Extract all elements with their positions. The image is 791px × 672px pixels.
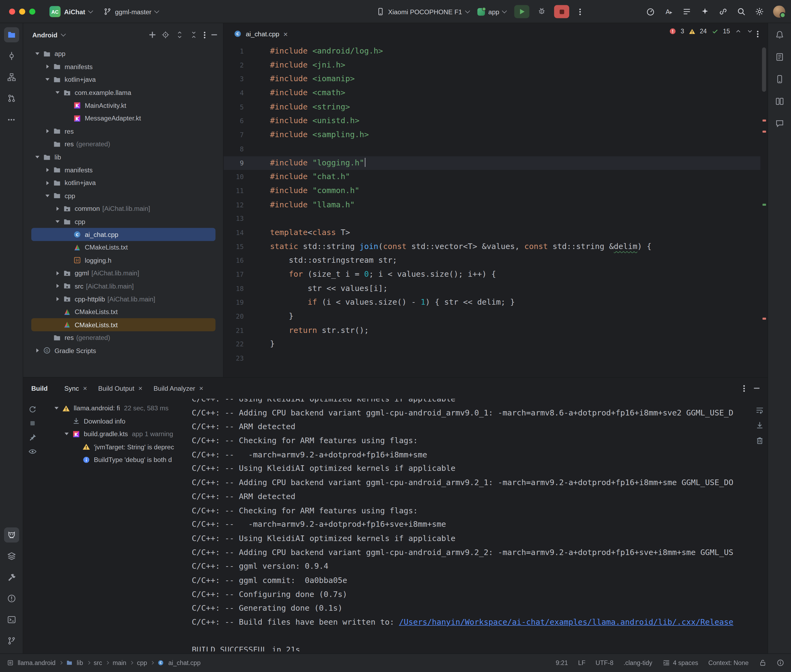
chevron-down-icon[interactable] <box>34 153 42 161</box>
tree-item[interactable]: com.example.llama <box>31 86 215 99</box>
encoding-selector[interactable]: UTF-8 <box>595 659 613 666</box>
breadcrumb-item[interactable]: ai_chat.cpp <box>168 659 201 666</box>
stop-button[interactable] <box>554 5 569 18</box>
structure-tool-button[interactable] <box>4 70 19 85</box>
breadcrumb-item[interactable]: src <box>94 659 102 666</box>
commit-tool-button[interactable] <box>4 48 19 64</box>
tree-item[interactable]: KMainActivity.kt <box>31 99 215 112</box>
user-avatar[interactable] <box>773 6 785 18</box>
hide-panel-icon[interactable] <box>212 34 217 35</box>
stop-build-icon[interactable] <box>28 419 37 427</box>
code-line[interactable]: 4#include <cmath> <box>224 86 761 100</box>
device-manager-tool-button[interactable] <box>772 72 787 86</box>
settings-gear-icon[interactable] <box>755 7 764 16</box>
code-line[interactable]: 2#include <jni.h> <box>224 58 761 72</box>
minimize-window-button[interactable] <box>19 9 25 15</box>
tree-item[interactable]: GGradle Scripts <box>31 344 215 357</box>
code-line[interactable]: 22} <box>224 338 761 352</box>
tree-item[interactable]: res <box>31 125 215 138</box>
chevron-right-icon[interactable] <box>53 282 62 290</box>
tree-item[interactable]: CMakeLists.txt <box>31 306 215 318</box>
version-control-tool-button[interactable] <box>4 633 19 648</box>
build-output-link[interactable]: /Users/hanyin/Workspace/ai-chat/examples… <box>399 618 733 627</box>
chevron-right-icon[interactable] <box>53 269 62 277</box>
tree-item[interactable]: src[AiChat.lib.main] <box>31 280 215 293</box>
stripe-mark[interactable] <box>762 131 766 133</box>
problems-tool-button[interactable] <box>4 591 19 606</box>
tree-item[interactable]: kotlin+java <box>31 73 215 86</box>
scroll-to-end-icon[interactable] <box>755 421 764 430</box>
caret-position[interactable]: 9:21 <box>556 659 568 666</box>
breadcrumb-item[interactable]: llama.android <box>18 659 56 666</box>
tree-item[interactable]: kotlin+java <box>31 176 215 189</box>
chevron-right-icon[interactable] <box>43 166 51 174</box>
tree-item[interactable]: KMessageAdapter.kt <box>31 112 215 125</box>
close-tab-icon[interactable]: × <box>283 30 288 38</box>
build-tree-item[interactable]: BuildType 'debug' is both d <box>53 453 197 466</box>
code-line[interactable]: 8 <box>224 142 761 156</box>
code-line[interactable]: 12#include "llama.h" <box>224 198 761 212</box>
tree-item[interactable]: ggml[AiChat.lib.main] <box>31 267 215 280</box>
build-options-icon[interactable] <box>743 387 745 389</box>
previous-problem-icon[interactable] <box>735 28 741 35</box>
tree-item[interactable]: manifests <box>31 163 215 176</box>
logcat-toolbar-icon[interactable] <box>682 7 691 16</box>
tree-item[interactable]: app <box>31 47 215 60</box>
context-widget[interactable]: Context: None <box>708 659 749 666</box>
build-tab-build-analyzer[interactable]: Build Analyzer× <box>148 378 209 399</box>
code-line[interactable]: 3#include <iomanip> <box>224 72 761 86</box>
collapse-all-icon[interactable] <box>190 30 198 39</box>
tree-item[interactable]: res(generated) <box>31 331 215 344</box>
tree-item[interactable]: lib <box>31 150 215 163</box>
filter-view-icon[interactable] <box>28 447 37 456</box>
pull-requests-tool-button[interactable] <box>4 91 19 106</box>
run-configuration-selector[interactable]: app <box>477 8 506 15</box>
terminal-tool-button[interactable] <box>4 612 19 627</box>
breadcrumb-item[interactable]: cpp <box>137 659 147 666</box>
tree-item[interactable]: common[AiChat.lib.main] <box>31 202 215 215</box>
breadcrumb-item[interactable]: main <box>113 659 127 666</box>
panel-options-icon[interactable] <box>204 34 205 36</box>
build-tree-item[interactable]: Download info <box>53 414 197 427</box>
chevron-right-icon[interactable] <box>34 347 42 355</box>
breadcrumb-item[interactable]: lib <box>77 659 83 666</box>
zoom-window-button[interactable] <box>29 9 35 15</box>
code-line[interactable]: 6#include <unistd.h> <box>224 114 761 128</box>
error-stripe[interactable] <box>761 44 767 377</box>
code-line[interactable]: 19 if (i < values.size() - 1) { str << d… <box>224 296 761 309</box>
tree-item[interactable]: Cai_chat.cpp <box>31 228 215 241</box>
code-line[interactable]: 5#include <string> <box>224 100 761 114</box>
more-tool-windows-button[interactable] <box>4 112 19 127</box>
status-info-icon[interactable] <box>777 659 784 667</box>
inspection-widget[interactable]: 3 24 15 <box>669 28 753 35</box>
more-run-actions-button[interactable] <box>578 11 583 12</box>
project-selector[interactable]: AC AiChat <box>50 6 92 17</box>
pin-icon[interactable] <box>28 433 37 442</box>
code-line[interactable]: 18 str << values[i]; <box>224 282 761 296</box>
code-line[interactable]: 16 std::ostringstream str; <box>224 254 761 268</box>
tree-item[interactable]: Hlogging.h <box>31 254 215 267</box>
chevron-right-icon[interactable] <box>53 205 62 213</box>
editor-options-icon[interactable] <box>757 33 759 35</box>
build-tree-item[interactable]: llama.android: fi22 sec, 583 ms <box>53 402 197 414</box>
code-line[interactable]: 14template<class T> <box>224 226 761 240</box>
stripe-mark[interactable] <box>762 204 766 206</box>
tree-item[interactable]: CMakeLists.txt <box>31 318 215 331</box>
build-tab-sync[interactable]: Sync× <box>59 378 93 399</box>
scrollbar-thumb[interactable] <box>762 47 766 92</box>
close-tab-icon[interactable]: × <box>83 384 87 392</box>
code-line[interactable]: 23 <box>224 352 761 365</box>
code-line[interactable]: 10#include "chat.h" <box>224 170 761 184</box>
code-line[interactable]: 20 } <box>224 309 761 323</box>
stripe-mark[interactable] <box>762 318 766 320</box>
layout-inspector-icon[interactable]: A <box>664 7 673 16</box>
clear-console-icon[interactable] <box>755 436 764 445</box>
code-line[interactable]: 1#include <android/log.h> <box>224 44 761 58</box>
chevron-right-icon[interactable] <box>43 127 51 135</box>
gemini-icon[interactable] <box>700 7 709 16</box>
locate-file-icon[interactable] <box>162 30 170 39</box>
search-everywhere-icon[interactable] <box>736 7 746 16</box>
tree-item[interactable]: cpp-httplib[AiChat.lib.main] <box>31 293 215 306</box>
chevron-right-icon[interactable] <box>53 295 62 303</box>
rerun-build-icon[interactable] <box>28 405 37 414</box>
